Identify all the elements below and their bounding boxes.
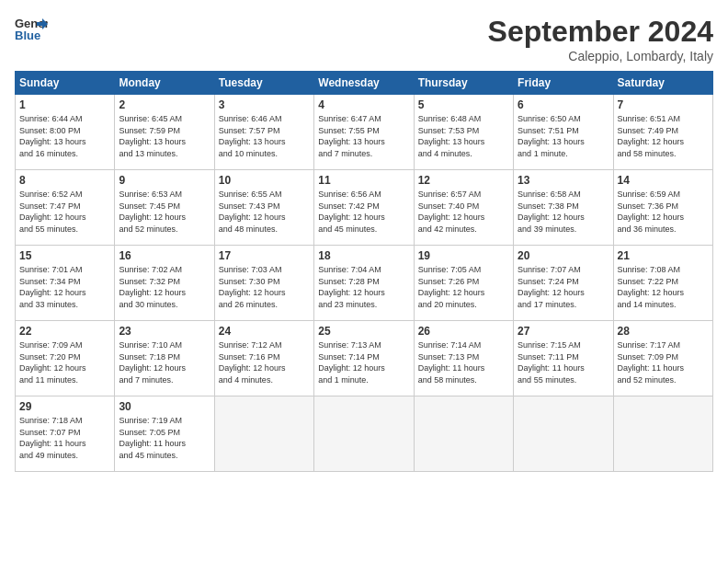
svg-text:Blue: Blue <box>15 29 40 42</box>
day-cell: 9Sunrise: 6:53 AM Sunset: 7:45 PM Daylig… <box>115 170 214 246</box>
day-number: 16 <box>119 249 210 262</box>
day-number: 14 <box>618 174 709 187</box>
day-number: 11 <box>318 174 409 187</box>
day-info: Sunrise: 6:59 AM Sunset: 7:36 PM Dayligh… <box>618 189 709 235</box>
day-info: Sunrise: 7:17 AM Sunset: 7:09 PM Dayligh… <box>618 339 709 385</box>
week-row-1: 1Sunrise: 6:44 AM Sunset: 8:00 PM Daylig… <box>16 95 713 170</box>
day-cell: 12Sunrise: 6:57 AM Sunset: 7:40 PM Dayli… <box>414 170 513 246</box>
day-cell: 8Sunrise: 6:52 AM Sunset: 7:47 PM Daylig… <box>16 170 115 246</box>
day-info: Sunrise: 6:52 AM Sunset: 7:47 PM Dayligh… <box>19 189 110 235</box>
day-cell: 14Sunrise: 6:59 AM Sunset: 7:36 PM Dayli… <box>613 170 712 246</box>
header-monday: Monday <box>115 72 214 95</box>
day-cell: 11Sunrise: 6:56 AM Sunset: 7:42 PM Dayli… <box>314 170 414 246</box>
day-number: 28 <box>618 325 709 338</box>
day-info: Sunrise: 7:18 AM Sunset: 7:07 PM Dayligh… <box>19 415 110 461</box>
day-number: 25 <box>318 325 409 338</box>
day-info: Sunrise: 7:02 AM Sunset: 7:32 PM Dayligh… <box>119 264 210 310</box>
day-number: 17 <box>219 249 310 262</box>
day-cell <box>414 396 513 472</box>
header-friday: Friday <box>514 72 613 95</box>
day-info: Sunrise: 7:13 AM Sunset: 7:14 PM Dayligh… <box>318 339 409 385</box>
day-cell <box>514 396 613 472</box>
day-number: 20 <box>518 249 609 262</box>
day-number: 2 <box>119 98 210 111</box>
logo: General Blue <box>15 15 48 42</box>
day-info: Sunrise: 6:46 AM Sunset: 7:57 PM Dayligh… <box>219 113 310 159</box>
day-number: 1 <box>19 98 110 111</box>
day-cell: 13Sunrise: 6:58 AM Sunset: 7:38 PM Dayli… <box>514 170 613 246</box>
day-cell: 24Sunrise: 7:12 AM Sunset: 7:16 PM Dayli… <box>214 321 313 396</box>
day-info: Sunrise: 7:09 AM Sunset: 7:20 PM Dayligh… <box>19 339 110 385</box>
day-info: Sunrise: 6:55 AM Sunset: 7:43 PM Dayligh… <box>219 189 310 235</box>
day-cell: 17Sunrise: 7:03 AM Sunset: 7:30 PM Dayli… <box>214 246 313 321</box>
day-cell: 5Sunrise: 6:48 AM Sunset: 7:53 PM Daylig… <box>414 95 513 170</box>
day-info: Sunrise: 7:01 AM Sunset: 7:34 PM Dayligh… <box>19 264 110 310</box>
day-cell: 4Sunrise: 6:47 AM Sunset: 7:55 PM Daylig… <box>314 95 414 170</box>
day-info: Sunrise: 6:47 AM Sunset: 7:55 PM Dayligh… <box>318 113 409 159</box>
day-number: 8 <box>19 174 110 187</box>
day-cell: 19Sunrise: 7:05 AM Sunset: 7:26 PM Dayli… <box>414 246 513 321</box>
day-number: 29 <box>19 400 110 413</box>
day-info: Sunrise: 6:45 AM Sunset: 7:59 PM Dayligh… <box>119 113 210 159</box>
day-info: Sunrise: 6:50 AM Sunset: 7:51 PM Dayligh… <box>518 113 609 159</box>
day-number: 13 <box>518 174 609 187</box>
day-cell: 16Sunrise: 7:02 AM Sunset: 7:32 PM Dayli… <box>115 246 214 321</box>
header-row: SundayMondayTuesdayWednesdayThursdayFrid… <box>16 72 713 95</box>
header-saturday: Saturday <box>613 72 712 95</box>
day-info: Sunrise: 6:44 AM Sunset: 8:00 PM Dayligh… <box>19 113 110 159</box>
day-info: Sunrise: 7:19 AM Sunset: 7:05 PM Dayligh… <box>119 415 210 461</box>
day-info: Sunrise: 6:57 AM Sunset: 7:40 PM Dayligh… <box>418 189 509 235</box>
day-info: Sunrise: 6:53 AM Sunset: 7:45 PM Dayligh… <box>119 189 210 235</box>
day-info: Sunrise: 6:58 AM Sunset: 7:38 PM Dayligh… <box>518 189 609 235</box>
day-cell: 3Sunrise: 6:46 AM Sunset: 7:57 PM Daylig… <box>214 95 313 170</box>
header-sunday: Sunday <box>16 72 115 95</box>
day-info: Sunrise: 7:08 AM Sunset: 7:22 PM Dayligh… <box>618 264 709 310</box>
day-cell: 18Sunrise: 7:04 AM Sunset: 7:28 PM Dayli… <box>314 246 414 321</box>
week-row-2: 8Sunrise: 6:52 AM Sunset: 7:47 PM Daylig… <box>16 170 713 246</box>
day-number: 22 <box>19 325 110 338</box>
calendar-title: September 2024 <box>488 15 713 49</box>
day-info: Sunrise: 6:51 AM Sunset: 7:49 PM Dayligh… <box>618 113 709 159</box>
day-cell: 30Sunrise: 7:19 AM Sunset: 7:05 PM Dayli… <box>115 396 214 472</box>
day-info: Sunrise: 7:05 AM Sunset: 7:26 PM Dayligh… <box>418 264 509 310</box>
day-cell: 2Sunrise: 6:45 AM Sunset: 7:59 PM Daylig… <box>115 95 214 170</box>
day-info: Sunrise: 6:48 AM Sunset: 7:53 PM Dayligh… <box>418 113 509 159</box>
day-cell <box>214 396 313 472</box>
day-number: 7 <box>618 98 709 111</box>
day-cell: 1Sunrise: 6:44 AM Sunset: 8:00 PM Daylig… <box>16 95 115 170</box>
day-cell: 29Sunrise: 7:18 AM Sunset: 7:07 PM Dayli… <box>16 396 115 472</box>
day-number: 24 <box>219 325 310 338</box>
day-cell <box>613 396 712 472</box>
header-tuesday: Tuesday <box>214 72 313 95</box>
day-number: 18 <box>318 249 409 262</box>
day-number: 12 <box>418 174 509 187</box>
day-cell: 22Sunrise: 7:09 AM Sunset: 7:20 PM Dayli… <box>16 321 115 396</box>
week-row-3: 15Sunrise: 7:01 AM Sunset: 7:34 PM Dayli… <box>16 246 713 321</box>
day-number: 26 <box>418 325 509 338</box>
day-cell: 27Sunrise: 7:15 AM Sunset: 7:11 PM Dayli… <box>514 321 613 396</box>
day-cell: 10Sunrise: 6:55 AM Sunset: 7:43 PM Dayli… <box>214 170 313 246</box>
day-cell: 20Sunrise: 7:07 AM Sunset: 7:24 PM Dayli… <box>514 246 613 321</box>
day-cell: 6Sunrise: 6:50 AM Sunset: 7:51 PM Daylig… <box>514 95 613 170</box>
week-row-4: 22Sunrise: 7:09 AM Sunset: 7:20 PM Dayli… <box>16 321 713 396</box>
header-wednesday: Wednesday <box>314 72 414 95</box>
day-info: Sunrise: 7:10 AM Sunset: 7:18 PM Dayligh… <box>119 339 210 385</box>
day-info: Sunrise: 7:14 AM Sunset: 7:13 PM Dayligh… <box>418 339 509 385</box>
day-info: Sunrise: 6:56 AM Sunset: 7:42 PM Dayligh… <box>318 189 409 235</box>
day-cell: 23Sunrise: 7:10 AM Sunset: 7:18 PM Dayli… <box>115 321 214 396</box>
page-header: General Blue September 2024 Caleppio, Lo… <box>15 15 713 63</box>
day-number: 4 <box>318 98 409 111</box>
day-number: 3 <box>219 98 310 111</box>
day-info: Sunrise: 7:12 AM Sunset: 7:16 PM Dayligh… <box>219 339 310 385</box>
day-info: Sunrise: 7:04 AM Sunset: 7:28 PM Dayligh… <box>318 264 409 310</box>
day-number: 21 <box>618 249 709 262</box>
calendar-table: SundayMondayTuesdayWednesdayThursdayFrid… <box>15 71 713 472</box>
day-number: 10 <box>219 174 310 187</box>
day-number: 5 <box>418 98 509 111</box>
day-number: 30 <box>119 400 210 413</box>
day-cell: 26Sunrise: 7:14 AM Sunset: 7:13 PM Dayli… <box>414 321 513 396</box>
day-info: Sunrise: 7:03 AM Sunset: 7:30 PM Dayligh… <box>219 264 310 310</box>
day-number: 9 <box>119 174 210 187</box>
day-cell <box>314 396 414 472</box>
day-cell: 21Sunrise: 7:08 AM Sunset: 7:22 PM Dayli… <box>613 246 712 321</box>
